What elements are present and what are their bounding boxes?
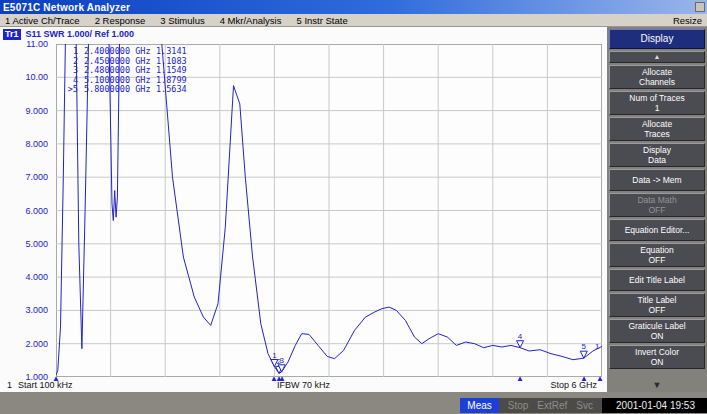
- softkey-menu-title: Display: [609, 29, 705, 49]
- scroll-up-button[interactable]: ▲: [609, 51, 705, 63]
- softkey-label: Display: [612, 145, 702, 155]
- channel-number: 1: [7, 380, 12, 390]
- x-axis-strip: 1 Start 100 kHz IFBW 70 kHz Stop 6 GHz ▲…: [0, 377, 607, 392]
- softkey-edit-title-label[interactable]: Edit Title Label: [609, 269, 705, 291]
- status-bar: Meas Stop ExtRef Svc 2001-01-04 19:53: [0, 392, 707, 414]
- softkey-label: Traces: [612, 129, 702, 139]
- softkey-data-math: Data MathOFF: [609, 193, 705, 217]
- softkey-display-data[interactable]: DisplayData: [609, 143, 705, 167]
- softkey-num-of-traces[interactable]: Num of Traces1: [609, 91, 705, 115]
- y-tick-label: 10.00: [0, 72, 51, 82]
- softkey-label: Num of Traces: [612, 93, 702, 103]
- softkey-equation-editor[interactable]: Equation Editor...: [609, 219, 705, 241]
- svg-text:5: 5: [582, 342, 587, 351]
- softkey-label: Allocate: [612, 119, 702, 129]
- status-extref: ExtRef: [537, 398, 567, 413]
- menu-item-2[interactable]: 2 Response: [95, 15, 146, 26]
- softkey-label: Edit Title Label: [612, 275, 702, 285]
- start-frequency-label: Start 100 kHz: [18, 380, 73, 390]
- softkey-title-label[interactable]: Title LabelOFF: [609, 293, 705, 317]
- softkey-allocate-channels[interactable]: AllocateChannels: [609, 65, 705, 89]
- y-tick-label: 3.000: [0, 305, 51, 315]
- marker-table: 12.4000000 GHz1.314122.4500000 GHz1.1083…: [62, 47, 187, 95]
- status-bar-spacer: [0, 398, 460, 413]
- menu-bar: 1 Active Ch/Trace2 Response3 Stimulus4 M…: [0, 14, 707, 27]
- y-tick-label: 7.000: [0, 172, 51, 182]
- marker-axis-icon: ▲: [278, 374, 286, 384]
- menu-resize[interactable]: Resize: [673, 15, 702, 26]
- softkey-equation[interactable]: EquationOFF: [609, 243, 705, 267]
- stop-frequency-label: Stop 6 GHz: [550, 380, 597, 390]
- status-svc: Svc: [576, 398, 593, 413]
- softkey-label: Title Label: [612, 295, 702, 305]
- plot-region: Tr1 S11 SWR 1.000/ Ref 1.000 11.0010.009…: [0, 27, 607, 392]
- resize-grip-icon[interactable]: [695, 2, 705, 12]
- softkey-label: Graticule Label: [612, 321, 702, 331]
- softkey-label: Invert Color: [612, 347, 702, 357]
- marker-axis-icon: ▲: [580, 374, 588, 384]
- softkey-label: 1: [612, 103, 702, 113]
- softkey-label: ON: [612, 357, 702, 367]
- softkey-label: ON: [612, 331, 702, 341]
- status-bar-inner: Meas Stop ExtRef Svc 2001-01-04 19:53: [0, 398, 707, 413]
- y-tick-label: 2.000: [0, 339, 51, 349]
- softkey-label: Data -> Mem: [612, 175, 702, 185]
- menu-item-4[interactable]: 4 Mkr/Analysis: [220, 15, 282, 26]
- y-tick-label: 9.000: [0, 106, 51, 116]
- status-stop: Stop: [508, 398, 529, 413]
- marker-axis-icon: ▲: [516, 374, 524, 384]
- softkey-label: Data: [612, 155, 702, 165]
- sweep-start-marker-icon: ▲: [52, 374, 60, 384]
- softkey-sidebar: Display ▲ AllocateChannelsNum of Traces1…: [607, 27, 707, 392]
- softkey-label: Equation Editor...: [612, 225, 702, 235]
- y-tick-label: 11.00: [0, 39, 51, 49]
- y-tick-label: 4.000: [0, 272, 51, 282]
- softkey-label: Channels: [612, 77, 702, 87]
- y-tick-label: 5.000: [0, 239, 51, 249]
- y-tick-label: 6.000: [0, 206, 51, 216]
- menu-items: 1 Active Ch/Trace2 Response3 Stimulus4 M…: [5, 15, 348, 26]
- scroll-down-button[interactable]: ▼: [607, 379, 707, 392]
- instrument-screen: E5071C Network Analyzer 1 Active Ch/Trac…: [0, 0, 707, 414]
- title-bar: E5071C Network Analyzer: [0, 0, 707, 14]
- softkey-allocate-traces[interactable]: AllocateTraces: [609, 117, 705, 141]
- status-indicators: Stop ExtRef Svc: [499, 398, 602, 413]
- softkey-label: Allocate: [612, 67, 702, 77]
- softkey-graticule-label[interactable]: Graticule LabelON: [609, 319, 705, 343]
- menu-item-3[interactable]: 3 Stimulus: [160, 15, 204, 26]
- svg-text:4: 4: [518, 332, 523, 341]
- softkey-label: OFF: [612, 305, 702, 315]
- status-meas-badge: Meas: [460, 398, 498, 413]
- svg-text:1: 1: [595, 342, 600, 351]
- status-datetime: 2001-01-04 19:53: [602, 398, 707, 413]
- softkey-invert-color[interactable]: Invert ColorON: [609, 345, 705, 369]
- softkey-label: OFF: [612, 255, 702, 265]
- window-title: E5071C Network Analyzer: [3, 2, 130, 13]
- softkey-list: AllocateChannelsNum of Traces1AllocateTr…: [607, 65, 707, 369]
- softkey-label: Data Math: [612, 195, 702, 205]
- up-arrow-icon: ▲: [654, 53, 661, 60]
- marker-row-5: >55.8000000 GHz1.5634: [62, 85, 187, 95]
- softkey-label: OFF: [612, 205, 702, 215]
- svg-text:3: 3: [279, 356, 284, 365]
- y-tick-label: 8.000: [0, 139, 51, 149]
- marker-frequency: 5.8000000 GHz: [78, 85, 154, 95]
- down-arrow-icon: ▼: [653, 380, 662, 390]
- sweep-stop-marker-icon: ▲: [596, 374, 604, 384]
- menu-item-1[interactable]: 1 Active Ch/Trace: [5, 15, 80, 26]
- menu-item-5[interactable]: 5 Instr State: [296, 15, 347, 26]
- marker-number: >5: [62, 85, 78, 95]
- softkey-data-to-mem[interactable]: Data -> Mem: [609, 169, 705, 191]
- marker-value: 1.5634: [154, 85, 187, 95]
- softkey-label: Equation: [612, 245, 702, 255]
